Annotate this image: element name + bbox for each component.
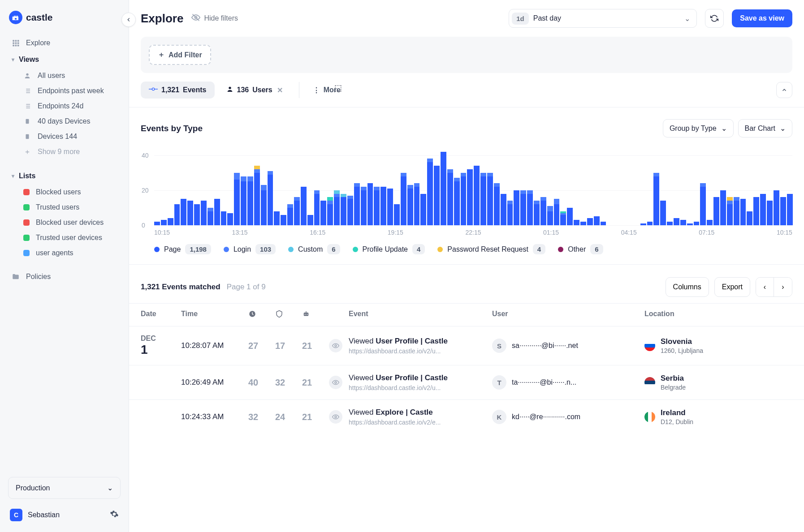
bar[interactable] <box>587 218 593 225</box>
bar[interactable] <box>760 194 766 225</box>
bar[interactable] <box>534 201 540 225</box>
save-view-button[interactable]: Save as view <box>732 9 792 27</box>
bar[interactable] <box>234 173 240 225</box>
bar[interactable] <box>274 211 280 225</box>
legend-item[interactable]: Profile Update4 <box>353 244 425 254</box>
sidebar-view-item[interactable]: Endpoints 24d <box>5 99 123 114</box>
bar[interactable] <box>601 222 606 225</box>
environment-selector[interactable]: Production ⌄ <box>8 477 121 499</box>
bar[interactable] <box>154 222 160 225</box>
sidebar-view-item[interactable]: All users <box>5 68 123 83</box>
bar[interactable] <box>767 201 773 225</box>
bar[interactable] <box>787 194 793 225</box>
bar[interactable] <box>547 206 553 225</box>
bar[interactable] <box>221 211 227 225</box>
lists-section-header[interactable]: ▾ Lists <box>5 167 123 184</box>
bar[interactable] <box>567 208 573 225</box>
bar[interactable] <box>327 197 333 225</box>
bar[interactable] <box>434 166 440 225</box>
bar[interactable] <box>647 222 653 225</box>
bar[interactable] <box>594 216 600 225</box>
bar[interactable] <box>207 208 213 225</box>
bar[interactable] <box>680 220 686 225</box>
refresh-button[interactable] <box>705 9 724 28</box>
table-row[interactable]: DEC110:28:07 AM271721Viewed User Profile… <box>129 326 804 365</box>
bar[interactable] <box>201 201 207 225</box>
bar[interactable] <box>580 222 586 225</box>
bar[interactable] <box>294 197 300 225</box>
next-page-button[interactable]: › <box>774 278 792 296</box>
bar[interactable] <box>520 190 526 225</box>
bar[interactable] <box>447 169 453 225</box>
bar[interactable] <box>747 211 752 225</box>
bar[interactable] <box>361 187 367 225</box>
close-icon[interactable]: ✕ <box>277 86 283 94</box>
sidebar-list-item[interactable]: Trusted users <box>5 200 123 215</box>
bar[interactable] <box>380 187 386 225</box>
bar[interactable] <box>227 213 233 225</box>
bar[interactable] <box>487 173 493 225</box>
bar[interactable] <box>554 199 560 225</box>
bar[interactable] <box>653 173 659 225</box>
bar[interactable] <box>700 183 706 225</box>
bar[interactable] <box>347 196 353 225</box>
bar[interactable] <box>527 190 533 225</box>
bar[interactable] <box>247 176 253 225</box>
tab-users[interactable]: 136 Users ✕ <box>218 81 291 99</box>
bar[interactable] <box>301 187 307 225</box>
bar[interactable] <box>334 190 340 225</box>
hide-filters-toggle[interactable]: Hide filters <box>191 13 238 24</box>
bar[interactable] <box>414 183 420 225</box>
bar[interactable] <box>161 220 167 225</box>
bar[interactable] <box>494 183 500 225</box>
bar[interactable] <box>474 166 480 225</box>
bar[interactable] <box>314 190 320 225</box>
bar[interactable] <box>287 204 293 225</box>
bar[interactable] <box>501 194 506 225</box>
bar[interactable] <box>214 199 220 225</box>
bar[interactable] <box>307 215 313 225</box>
bar[interactable] <box>667 222 673 225</box>
bar[interactable] <box>640 223 646 225</box>
time-range-selector[interactable]: 1d Past day ⌄ <box>509 9 697 28</box>
sidebar-list-item[interactable]: Blocked user devices <box>5 215 123 230</box>
bar[interactable] <box>320 201 326 225</box>
bar[interactable] <box>660 201 666 225</box>
legend-item[interactable]: Login103 <box>224 244 276 254</box>
bar[interactable] <box>394 204 400 225</box>
sidebar-view-item[interactable]: Endpoints past week <box>5 83 123 99</box>
bar[interactable] <box>261 185 267 225</box>
table-row[interactable]: 10:24:33 AM322421Viewed Explore | Castle… <box>129 399 804 434</box>
bar[interactable] <box>420 194 426 225</box>
bar[interactable] <box>374 187 380 225</box>
bar[interactable] <box>441 152 446 225</box>
nav-policies[interactable]: Policies <box>5 269 123 285</box>
sidebar-view-item[interactable]: 40 days Devices <box>5 114 123 129</box>
bar[interactable] <box>461 173 467 225</box>
prev-page-button[interactable]: ‹ <box>756 278 774 296</box>
bar[interactable] <box>401 173 406 225</box>
bar[interactable] <box>713 197 719 225</box>
bar[interactable] <box>354 183 360 225</box>
bar[interactable] <box>674 218 679 225</box>
bar[interactable] <box>727 197 733 225</box>
sidebar-list-item[interactable]: Trusted user devices <box>5 230 123 245</box>
chart-type-select[interactable]: Bar Chart ⌄ <box>738 119 792 137</box>
nav-explore[interactable]: Explore <box>5 35 123 51</box>
bar[interactable] <box>774 190 779 225</box>
bar[interactable] <box>168 218 173 225</box>
tab-events[interactable]: 1,321 Events <box>141 82 215 99</box>
bar[interactable] <box>707 220 713 225</box>
show-more-views[interactable]: ＋ Show 9 more <box>5 144 123 159</box>
group-by-select[interactable]: Group by Type ⌄ <box>663 119 734 137</box>
bar[interactable] <box>268 171 273 225</box>
sidebar-list-item[interactable]: Blocked users <box>5 184 123 200</box>
bar[interactable] <box>281 215 286 225</box>
sidebar-list-item[interactable]: user agents <box>5 245 123 261</box>
bar[interactable] <box>241 176 246 225</box>
collapse-sidebar-button[interactable] <box>121 13 136 27</box>
bar[interactable] <box>194 204 200 225</box>
columns-button[interactable]: Columns <box>666 277 709 297</box>
bar[interactable] <box>687 223 693 225</box>
brand-logo[interactable]: castle <box>5 11 123 35</box>
